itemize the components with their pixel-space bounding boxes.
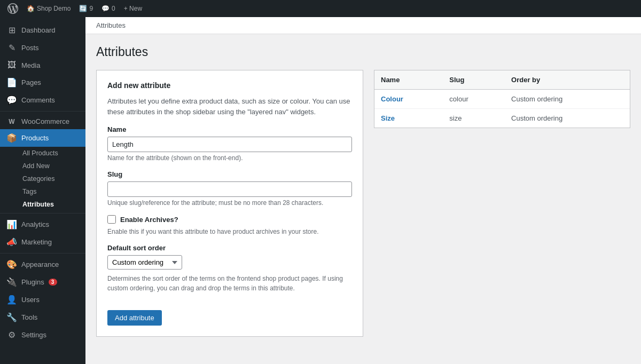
marketing-icon: 📣 — [6, 237, 17, 247]
sidebar-item-pages[interactable]: 📄 Pages — [0, 74, 85, 91]
sidebar-item-analytics[interactable]: 📊 Analytics — [0, 216, 85, 233]
form-description: Attributes let you define extra product … — [107, 96, 352, 117]
sidebar-label-analytics: Analytics — [21, 220, 49, 228]
sidebar-sub-add-new[interactable]: Add New — [0, 160, 85, 172]
name-label: Name — [107, 125, 352, 133]
settings-icon: ⚙ — [6, 330, 17, 340]
sidebar-item-users[interactable]: 👤 Users — [0, 291, 85, 308]
sidebar-section-woo: W WooCommerce 📦 Products All Products Ad… — [0, 111, 85, 211]
col-slug: Slug — [443, 70, 505, 90]
table-cell-name: Colour — [374, 90, 443, 109]
dashboard-icon: ⊞ — [6, 25, 17, 35]
sort-hint: Determines the sort order of the terms o… — [107, 274, 352, 293]
attribute-name-link[interactable]: Size — [381, 114, 395, 122]
sidebar-label-pages: Pages — [21, 78, 41, 86]
sidebar-sub-categories[interactable]: Categories — [0, 172, 85, 185]
table-row: Size size Custom ordering — [374, 109, 630, 128]
archives-row: Enable Archives? Enable this if you want… — [107, 215, 352, 235]
sort-order-select[interactable]: Custom ordering Name Name (numeric) Term… — [107, 255, 182, 270]
sidebar-item-products[interactable]: 📦 Products — [0, 129, 85, 147]
posts-icon: ✎ — [6, 43, 17, 53]
sidebar-label-settings: Settings — [21, 331, 46, 339]
sidebar-label-marketing: Marketing — [21, 238, 52, 246]
sidebar-item-woocommerce[interactable]: W WooCommerce — [0, 114, 85, 129]
add-attribute-form: Add new attribute Attributes let you def… — [96, 70, 363, 337]
sidebar-item-appearance[interactable]: 🎨 Appearance — [0, 256, 85, 273]
pages-icon: 📄 — [6, 77, 17, 88]
name-hint: Name for the attribute (shown on the fro… — [107, 154, 352, 162]
table-cell-order: Custom ordering — [505, 109, 630, 128]
slug-field-row: Slug Unique slug/reference for the attri… — [107, 170, 352, 207]
sidebar-sub-attributes[interactable]: Attributes — [0, 198, 85, 211]
sidebar-label-dashboard: Dashboard — [21, 26, 56, 34]
archives-label: Enable Archives? — [120, 216, 178, 224]
sidebar-label-comments: Comments — [21, 96, 55, 104]
tools-icon: 🔧 — [6, 312, 17, 322]
sidebar-section-analytics: 📊 Analytics 📣 Marketing — [0, 213, 85, 251]
comments-button[interactable]: 💬 0 — [98, 0, 119, 17]
add-attribute-button[interactable]: Add attribute — [107, 310, 162, 326]
attributes-table: Name Slug Order by Colour colour Custom … — [374, 70, 630, 128]
table-cell-order: Custom ordering — [505, 90, 630, 109]
sidebar-label-woocommerce: WooCommerce — [21, 117, 69, 125]
col-order-by: Order by — [505, 70, 630, 90]
table-body: Colour colour Custom ordering Size size … — [374, 90, 630, 128]
topbar: 🏠 Shop Demo 🔄 9 💬 0 + New — [0, 0, 641, 17]
table-cell-slug: size — [443, 109, 505, 128]
main-content-area: Attributes Attributes Add new attribute … — [85, 17, 641, 364]
products-icon: 📦 — [6, 133, 17, 143]
sidebar-item-posts[interactable]: ✎ Posts — [0, 39, 85, 57]
sidebar-item-dashboard[interactable]: ⊞ Dashboard — [0, 21, 85, 39]
sidebar-label-plugins: Plugins — [21, 278, 44, 286]
sidebar-label-appearance: Appearance — [21, 260, 59, 268]
woo-icon: W — [6, 118, 17, 125]
sidebar-item-plugins[interactable]: 🔌 Plugins 3 — [0, 273, 85, 291]
attributes-table-panel: Name Slug Order by Colour colour Custom … — [374, 70, 630, 128]
sidebar-label-products: Products — [21, 134, 49, 142]
archives-hint: Enable this if you want this attribute t… — [107, 228, 352, 235]
sidebar: ⊞ Dashboard ✎ Posts 🖼 Media 📄 Pages 💬 Co… — [0, 17, 85, 364]
wp-logo[interactable] — [4, 0, 21, 17]
name-field-row: Name Name for the attribute (shown on th… — [107, 125, 352, 162]
updates-button[interactable]: 🔄 9 — [76, 0, 96, 17]
sidebar-label-media: Media — [21, 61, 40, 69]
sidebar-item-media[interactable]: 🖼 Media — [0, 57, 85, 74]
users-icon: 👤 — [6, 295, 17, 305]
content-grid: Add new attribute Attributes let you def… — [96, 70, 630, 337]
slug-label: Slug — [107, 170, 352, 178]
appearance-icon: 🎨 — [6, 259, 17, 270]
sidebar-item-marketing[interactable]: 📣 Marketing — [0, 233, 85, 251]
table-row: Colour colour Custom ordering — [374, 90, 630, 109]
sidebar-label-posts: Posts — [21, 44, 39, 52]
form-heading: Add new attribute — [107, 81, 352, 90]
sidebar-section-appearance: 🎨 Appearance 🔌 Plugins 3 👤 Users 🔧 Tools… — [0, 253, 85, 344]
home-icon: 🏠 — [27, 5, 35, 12]
attribute-name-link[interactable]: Colour — [381, 95, 403, 103]
table-cell-slug: colour — [443, 90, 505, 109]
comments-icon: 💬 — [6, 95, 17, 105]
sidebar-sub-tags[interactable]: Tags — [0, 185, 85, 198]
wp-logo-icon — [7, 3, 18, 14]
analytics-icon: 📊 — [6, 219, 17, 230]
plugins-icon: 🔌 — [6, 277, 17, 287]
breadcrumb: Attributes — [85, 17, 641, 34]
name-input[interactable] — [107, 137, 352, 152]
sidebar-item-settings[interactable]: ⚙ Settings — [0, 326, 85, 344]
comment-icon: 💬 — [101, 5, 110, 12]
site-name[interactable]: 🏠 Shop Demo — [24, 0, 74, 17]
col-name: Name — [374, 70, 443, 90]
sidebar-item-comments[interactable]: 💬 Comments — [0, 91, 85, 109]
slug-hint: Unique slug/reference for the attribute;… — [107, 199, 352, 207]
new-button[interactable]: + New — [121, 0, 145, 17]
archives-checkbox-row: Enable Archives? — [107, 215, 352, 224]
media-icon: 🖼 — [6, 60, 17, 70]
sort-label: Default sort order — [107, 244, 352, 252]
table-cell-name: Size — [374, 109, 443, 128]
plugins-badge: 3 — [49, 279, 57, 286]
enable-archives-checkbox[interactable] — [107, 215, 116, 224]
slug-input[interactable] — [107, 181, 352, 197]
sidebar-label-users: Users — [21, 296, 40, 304]
sort-order-row: Default sort order Custom ordering Name … — [107, 244, 352, 293]
sidebar-sub-all-products[interactable]: All Products — [0, 147, 85, 160]
sidebar-item-tools[interactable]: 🔧 Tools — [0, 308, 85, 326]
